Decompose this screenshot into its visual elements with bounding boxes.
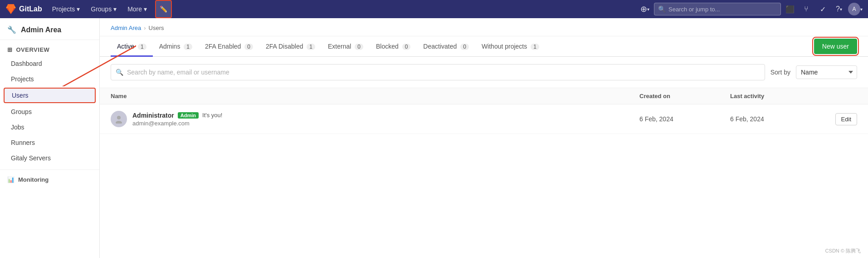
plus-icon: ⊕ [640,4,647,14]
chevron-down-icon: ▾ [144,5,147,13]
user-search-input[interactable] [127,69,760,76]
avatar: A [848,3,860,15]
merge-request-icon: ⑂ [804,5,809,13]
its-you-label: It's you! [202,112,222,119]
table-row: Administrator Admin It's you! admin@exam… [100,104,868,134]
nav-more[interactable]: More ▾ [123,0,151,18]
sort-select[interactable]: Name Oldest sign in Recent sign in Oldes… [796,65,857,79]
wrench-icon: 🔧 [7,25,16,34]
nav-edit-btn[interactable]: ✏️ [155,0,172,18]
user-last-activity: 6 Feb, 2024 [730,115,821,123]
sidebar-item-dashboard[interactable]: Dashboard [0,56,99,71]
col-header-created: Created on [639,93,730,99]
avatar [111,111,127,127]
tab-active-badge: 1 [138,44,146,50]
grid-icon: ⊞ [7,46,13,53]
tab-blocked[interactable]: Blocked 0 [370,36,417,57]
nav-projects[interactable]: Projects ▾ [48,0,85,18]
user-info: Administrator Admin It's you! admin@exam… [132,112,639,127]
create-new-button[interactable]: ⊕ ▾ [638,2,652,16]
svg-point-0 [117,116,121,119]
tabs-bar: Active 1 Admins 1 2FA Enabled 0 2FA Disa… [100,36,868,57]
tab-2fa-disabled-badge: 1 [307,44,315,50]
chevron-down-icon: ▾ [647,7,649,12]
main-content: Admin Area › Users Active 1 Admins 1 2FA… [100,18,868,258]
breadcrumb-admin-area[interactable]: Admin Area [111,25,141,31]
breadcrumb-users: Users [149,25,164,31]
help-button[interactable]: ? ▾ [832,2,846,16]
sidebar-item-jobs[interactable]: Jobs [0,119,99,135]
search-icon: 🔍 [116,69,123,76]
search-box: 🔍 [111,64,765,80]
brand-name: GitLab [19,5,42,13]
tab-deactivated[interactable]: Deactivated 0 [417,36,475,57]
global-search[interactable]: 🔍 [654,3,781,15]
col-header-activity: Last activity [730,93,821,99]
tab-2fa-enabled-badge: 0 [244,44,253,50]
sidebar-icon: ⬛ [785,5,795,14]
gitlab-brand[interactable]: GitLab [5,4,42,15]
search-icon: 🔍 [658,5,666,13]
search-sort-bar: 🔍 Sort by Name Oldest sign in Recent sig… [100,57,868,88]
new-user-button[interactable]: New user [814,39,857,54]
user-menu-button[interactable]: A ▾ [848,2,863,16]
sidebar: 🔧 Admin Area ⊞ Overview Dashboard Projec… [0,18,100,258]
user-name-row: Administrator Admin It's you! [132,112,639,119]
edit-user-button[interactable]: Edit [835,113,857,125]
user-created-date: 6 Feb, 2024 [639,115,730,123]
col-header-actions [821,93,857,99]
chevron-down-icon: ▾ [77,5,80,13]
tab-deactivated-badge: 0 [460,44,469,50]
chevron-down-icon: ▾ [113,5,117,13]
sidebar-header: 🔧 Admin Area [0,18,99,40]
sidebar-section-monitoring: 📊 Monitoring [0,169,99,186]
tab-admins[interactable]: Admins 1 [153,36,199,57]
navbar: GitLab Projects ▾ Groups ▾ More ▾ ✏️ ⊕ ▾… [0,0,868,18]
todo-icon: ✓ [820,5,826,14]
breadcrumb-separator: › [144,25,146,31]
table-header: Name Created on Last activity [100,88,868,104]
user-email: admin@example.com [132,120,639,127]
user-actions: Edit [821,113,857,125]
watermark: CSDN © 陈腾飞 [825,248,861,254]
tab-external-badge: 0 [355,44,363,50]
breadcrumb: Admin Area › Users [100,18,868,36]
sidebar-item-users[interactable]: Users [4,88,96,103]
tab-without-projects[interactable]: Without projects 1 [475,36,546,57]
tab-active[interactable]: Active 1 [111,36,153,57]
chevron-down-icon: ▾ [840,7,842,12]
nav-groups[interactable]: Groups ▾ [86,0,121,18]
tab-without-projects-badge: 1 [531,44,539,50]
monitor-icon: 📊 [7,176,15,183]
global-search-input[interactable] [668,6,773,13]
merge-requests-button[interactable]: ⑂ [799,2,814,16]
chevron-down-icon: ▾ [860,7,863,12]
svg-point-1 [116,121,122,124]
help-icon: ? [836,5,840,13]
sort-label: Sort by [770,69,790,76]
tab-2fa-enabled[interactable]: 2FA Enabled 0 [199,36,259,57]
main-layout: 🔧 Admin Area ⊞ Overview Dashboard Projec… [0,18,868,258]
sidebar-section-overview: ⊞ Overview [0,40,99,56]
sidebar-item-runners[interactable]: Runners [0,135,99,150]
sidebar-toggle-button[interactable]: ⬛ [783,2,797,16]
user-name: Administrator [132,112,174,119]
sidebar-item-projects[interactable]: Projects [0,71,99,87]
sidebar-item-gitaly-servers[interactable]: Gitaly Servers [0,150,99,166]
sidebar-item-groups[interactable]: Groups [0,104,99,119]
pencil-icon: ✏️ [160,5,167,13]
tab-external[interactable]: External 0 [322,36,370,57]
tab-2fa-disabled[interactable]: 2FA Disabled 1 [259,36,322,57]
tab-admins-badge: 1 [184,44,192,50]
admin-badge: Admin [178,112,199,119]
todos-button[interactable]: ✓ [815,2,830,16]
tab-blocked-badge: 0 [402,44,411,50]
user-avatar-icon [114,114,123,124]
gitlab-logo-icon [5,4,16,15]
col-header-name: Name [111,93,639,99]
